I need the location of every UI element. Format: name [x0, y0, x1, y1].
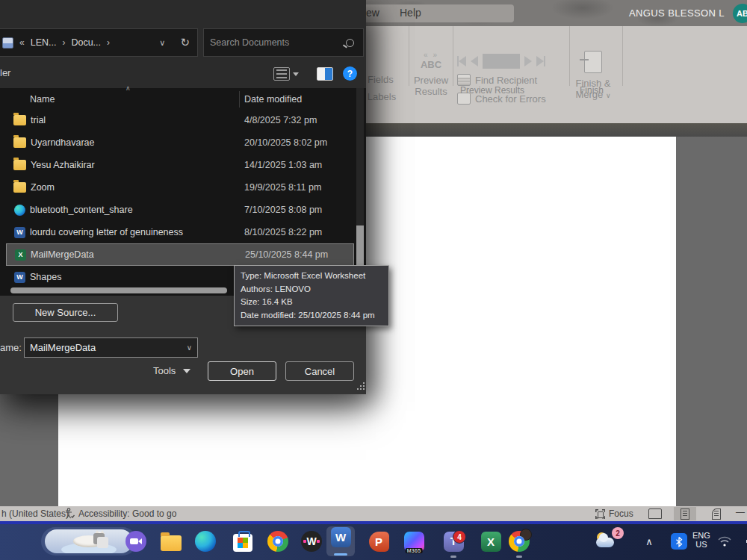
ribbon-group-separator — [569, 26, 570, 86]
new-source-button[interactable]: New Source... — [13, 303, 118, 322]
last-record-button[interactable] — [536, 56, 545, 66]
zoom-out-button[interactable]: — — [736, 507, 745, 517]
preview-pane-button[interactable] — [317, 67, 333, 81]
excel-icon: X — [481, 532, 501, 552]
tooltip-size: Size: 16.4 KB — [241, 296, 382, 309]
task-view-button[interactable] — [88, 529, 114, 554]
tab-view-fragment[interactable]: ew — [366, 7, 379, 19]
avatar[interactable]: AB — [733, 4, 747, 23]
chevron-down-icon — [293, 72, 299, 76]
horizontal-scrollbar[interactable] — [10, 287, 227, 293]
file-row[interactable]: Yesu Azhaikirar 14/1/2025 1:03 am — [6, 154, 354, 176]
preview-results-button[interactable]: « » ABC Preview Results — [411, 51, 451, 97]
tooltip-authors: Authors: LENOVO — [241, 283, 382, 296]
microsoft-store-icon — [233, 534, 252, 552]
file-row[interactable]: Zoom 19/9/2025 8:11 pm — [6, 176, 354, 199]
tools-dropdown[interactable]: Tools — [153, 365, 190, 376]
search-input[interactable] — [204, 37, 346, 48]
file-name-combobox[interactable]: ∨ — [24, 337, 198, 358]
language-tray-button[interactable]: ENG US — [692, 531, 710, 549]
next-record-button[interactable] — [524, 56, 532, 66]
open-button[interactable]: Open — [208, 361, 276, 381]
chevron-right-icon: › — [107, 37, 110, 48]
powerpoint-icon: P — [369, 532, 389, 552]
chevron-down-icon[interactable]: ∨ — [187, 343, 197, 352]
file-info-tooltip: Type: Microsoft Excel Worksheet Authors:… — [234, 265, 389, 326]
edge-button[interactable] — [193, 529, 218, 554]
chevron-down-icon — [183, 369, 190, 373]
tray-overflow-button[interactable]: ∧ — [636, 529, 662, 554]
word-search-box[interactable] — [360, 4, 514, 22]
w-app-button[interactable]: W — [299, 529, 324, 554]
location-icon — [2, 37, 13, 49]
volume-tray-button[interactable] — [738, 529, 747, 554]
teams-notification-badge: 4 — [453, 530, 466, 544]
file-name-input[interactable] — [25, 341, 187, 354]
weather-tray-button[interactable]: 2 — [594, 529, 619, 554]
ribbon-sub-separator — [453, 26, 453, 86]
file-row[interactable]: bluetooth_content_share 7/10/2025 8:08 p… — [6, 199, 354, 221]
focus-icon — [595, 509, 605, 519]
view-options-button[interactable] — [273, 67, 299, 81]
word-taskbar-button[interactable]: W — [326, 526, 355, 556]
print-layout-icon — [681, 508, 689, 520]
web-layout-icon — [712, 508, 721, 520]
address-dropdown-icon[interactable]: ∨ — [159, 38, 165, 48]
chevron-right-icon: › — [62, 37, 65, 48]
bluetooth-tray-button[interactable] — [666, 529, 692, 554]
account-name[interactable]: ANGUS BLESSON L — [629, 7, 725, 19]
address-bar[interactable]: « LEN... › Docu... › ∨ ↻ — [0, 28, 198, 57]
folder-icon — [13, 137, 26, 148]
file-row-selected[interactable]: X MailMergeData 25/10/2025 8:44 pm — [6, 243, 354, 266]
powerpoint-button[interactable]: P — [366, 529, 391, 554]
wifi-tray-button[interactable] — [712, 529, 737, 554]
running-indicator — [516, 556, 522, 558]
file-row[interactable]: Uyarndhavarae 20/10/2025 8:02 pm — [6, 131, 354, 154]
word-file-icon: W — [14, 227, 25, 238]
focus-mode-button[interactable]: Focus — [595, 508, 633, 519]
excel-button[interactable]: X — [478, 529, 503, 554]
file-row[interactable]: trial 4/8/2025 7:32 pm — [6, 109, 354, 131]
ribbon-fields-fragment[interactable]: Fields — [368, 74, 394, 85]
new-folder-fragment[interactable]: ler — [0, 67, 10, 78]
back-chevrons[interactable]: « — [19, 37, 25, 48]
task-view-icon — [88, 529, 114, 554]
record-number-field[interactable] — [483, 54, 520, 69]
microsoft-store-button[interactable] — [230, 529, 255, 554]
previous-record-button[interactable] — [471, 56, 478, 66]
running-indicator — [450, 556, 456, 558]
column-header-name[interactable]: Name — [30, 94, 55, 105]
weather-notification-badge: 2 — [612, 527, 624, 539]
m365-copilot-icon: M365 — [404, 532, 424, 552]
web-layout-button[interactable] — [705, 507, 728, 520]
print-layout-button[interactable] — [674, 507, 696, 520]
column-divider[interactable] — [239, 91, 240, 108]
chrome-button[interactable] — [265, 529, 291, 554]
video-chat-icon — [125, 531, 146, 552]
accessibility-status[interactable]: Accessibility: Good to go — [64, 508, 176, 519]
file-explorer-button[interactable] — [158, 529, 184, 554]
find-recipient-button[interactable]: Find Recipient — [457, 74, 537, 86]
m365-copilot-button[interactable]: M365 — [401, 529, 427, 554]
search-icon — [346, 39, 354, 47]
column-header-date-modified[interactable]: Date modified — [244, 94, 302, 105]
preview-pane-icon — [317, 67, 333, 81]
file-row[interactable]: W lourdu covering letter of genuineness … — [6, 221, 354, 243]
refresh-icon[interactable]: ↻ — [180, 36, 190, 49]
group-label-finish: Finish — [580, 85, 604, 96]
breadcrumb-item[interactable]: Docu... — [71, 37, 101, 48]
help-button[interactable]: ? — [343, 66, 357, 81]
m365-label: M365 — [406, 548, 423, 553]
read-mode-button[interactable] — [644, 507, 666, 520]
teams-button[interactable]: T 4 — [441, 529, 466, 554]
tab-help[interactable]: Help — [400, 7, 421, 19]
resize-grip[interactable] — [356, 382, 365, 391]
chrome-profile-button[interactable] — [506, 529, 532, 554]
chat-app-button[interactable] — [123, 529, 149, 554]
first-record-button[interactable] — [457, 56, 466, 66]
bluetooth-icon — [671, 533, 687, 550]
chevron-up-icon: ∧ — [645, 536, 653, 547]
cancel-button[interactable]: Cancel — [285, 361, 354, 381]
breadcrumb-item[interactable]: LEN... — [31, 37, 57, 48]
language-status[interactable]: h (United States) — [1, 508, 69, 519]
